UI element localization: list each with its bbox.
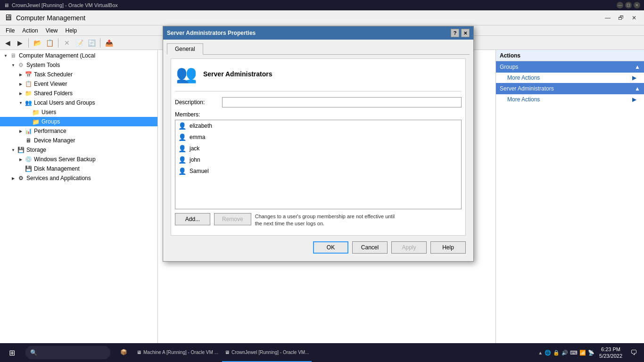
tree-item-performance[interactable]: ▶ 📊 Performance	[0, 126, 157, 136]
apply-btn[interactable]: Apply	[391, 241, 427, 254]
member-buttons: Add... Remove	[175, 213, 251, 225]
clock[interactable]: 6:23 PM 5/23/2022	[596, 346, 625, 360]
users-folder-icon: 📁	[32, 108, 40, 116]
menu-file[interactable]: File	[2, 26, 18, 35]
member-actions: Add... Remove Changes to a user's group …	[175, 213, 462, 228]
rename-btn[interactable]: 📝	[74, 37, 85, 49]
member-icon-2: 👤	[177, 144, 187, 153]
vbox-restore-btn[interactable]: ⊡	[625, 2, 632, 8]
delete-btn[interactable]: ✕	[61, 37, 73, 49]
notification-btn[interactable]: 🗨	[627, 343, 640, 362]
tree-label-services: Services and Applications	[26, 175, 91, 181]
tree-item-device-manager[interactable]: 🖥 Device Manager	[0, 136, 157, 145]
taskbar-app-icon-1: 🖥	[137, 350, 141, 355]
menu-help[interactable]: Help	[62, 26, 81, 35]
expand-icon-4: ▶	[17, 90, 25, 97]
members-label: Members:	[175, 111, 462, 118]
member-samuel[interactable]: 👤 Samuel	[175, 165, 461, 177]
member-jack[interactable]: 👤 jack	[175, 143, 461, 154]
tree-container[interactable]: ▼ 🖥 Computer Management (Local ▼ ⚙ Syste…	[0, 50, 157, 346]
member-name-3: john	[190, 156, 200, 163]
groups-section-header[interactable]: Groups ▲	[496, 61, 644, 73]
taskbar-app-label-1: Machine A [Running] - Oracle VM ...	[143, 350, 218, 355]
member-name-2: jack	[190, 145, 199, 152]
member-note: Changes to a user's group membership are…	[255, 213, 401, 228]
tree-item-task-scheduler[interactable]: ▶ 📅 Task Scheduler	[0, 70, 157, 79]
taskbar-app-1[interactable]: 🖥 Machine A [Running] - Oracle VM ...	[134, 343, 221, 362]
menu-view[interactable]: View	[42, 26, 62, 35]
tray-network-icon: 🌐	[545, 350, 551, 356]
expand-icon-10: ▼	[9, 146, 17, 154]
tree-item-system-tools[interactable]: ▼ ⚙ System Tools	[0, 60, 157, 70]
sys-tray: ▲ 🌐 🔒 🔊 ⌨ 📶 📡	[538, 350, 594, 356]
server-admin-more-actions[interactable]: More Actions ▶	[496, 94, 644, 105]
tree-item-storage[interactable]: ▼ 💾 Storage	[0, 145, 157, 155]
groups-more-actions-arrow: ▶	[632, 74, 636, 81]
refresh-btn[interactable]: 🔄	[86, 37, 97, 49]
app-restore-btn[interactable]: 🗗	[615, 13, 627, 23]
dialog-help-icon-btn[interactable]: ?	[451, 29, 459, 37]
export-btn[interactable]: 📤	[103, 37, 115, 49]
taskbar-search[interactable]: 🔍	[25, 346, 110, 359]
expand-icon-12	[17, 165, 25, 173]
tree-item-event-viewer[interactable]: ▶ 📋 Event Viewer	[0, 79, 157, 89]
tree-item-services[interactable]: ▶ ⚙ Services and Applications	[0, 173, 157, 183]
tree-label-device-manager: Device Manager	[34, 137, 75, 144]
tray-volume-icon[interactable]: 🔊	[561, 350, 568, 356]
dialog-close-btn[interactable]: ✕	[461, 29, 470, 37]
tree-item-groups[interactable]: 📁 Groups	[0, 117, 157, 126]
tree-item-disk-mgmt[interactable]: 💾 Disk Management	[0, 164, 157, 173]
properties-btn[interactable]: 📋	[44, 37, 55, 49]
vbox-minimize-btn[interactable]: —	[617, 2, 623, 8]
task-scheduler-icon: 📅	[25, 71, 32, 78]
tree-item-computer-mgmt[interactable]: ▼ 🖥 Computer Management (Local	[0, 51, 157, 60]
tray-expand-btn[interactable]: ▲	[538, 350, 543, 355]
tree-item-local-users[interactable]: ▼ 👥 Local Users and Groups	[0, 98, 157, 107]
groups-more-actions[interactable]: More Actions ▶	[496, 73, 644, 83]
expand-icon-8: ▶	[17, 127, 25, 135]
app-minimize-btn[interactable]: —	[602, 13, 614, 23]
expand-icon-5: ▼	[17, 99, 25, 107]
help-btn[interactable]: Help	[430, 241, 466, 254]
virtualbox-titlebar: 🖥 CrownJewel [Running] - Oracle VM Virtu…	[0, 0, 644, 10]
taskbar-app-2[interactable]: 🖥 CrownJewel [Running] - Oracle VM...	[222, 343, 312, 362]
taskbar-app-icon-0: 📦	[120, 349, 127, 355]
forward-btn[interactable]: ▶	[14, 37, 25, 49]
description-input[interactable]	[222, 97, 462, 107]
tab-general[interactable]: General	[167, 43, 203, 55]
taskbar-app-0[interactable]: 📦	[114, 343, 133, 362]
member-elizabeth[interactable]: 👤 elizabeth	[175, 120, 461, 132]
vbox-close-btn[interactable]: ✕	[634, 2, 640, 8]
tray-wifi-icon[interactable]: 📡	[588, 350, 594, 356]
vbox-icon: 🖥	[4, 2, 9, 8]
vbox-title: CrownJewel [Running] - Oracle VM Virtual…	[12, 2, 118, 8]
member-name-0: elizabeth	[190, 123, 212, 129]
remove-btn[interactable]: Remove	[214, 213, 251, 225]
shared-folders-icon: 📁	[25, 90, 32, 97]
app-titlebar: 🖥 Computer Management — 🗗 ✕	[0, 10, 644, 25]
tree-item-users[interactable]: 📁 Users	[0, 107, 157, 117]
groups-folder-icon: 📁	[32, 118, 40, 125]
app-close-btn[interactable]: ✕	[628, 13, 640, 23]
expand-icon-6	[25, 108, 32, 116]
member-emma[interactable]: 👤 emma	[175, 132, 461, 143]
cancel-btn[interactable]: Cancel	[352, 241, 388, 254]
performance-icon: 📊	[25, 127, 32, 135]
tree-item-shared-folders[interactable]: ▶ 📁 Shared Folders	[0, 89, 157, 98]
server-admin-section-header[interactable]: Server Administrators ▲	[496, 83, 644, 94]
open-btn[interactable]: 📂	[32, 37, 43, 49]
storage-icon: 💾	[17, 146, 25, 154]
tree-item-windows-backup[interactable]: ▶ 💿 Windows Server Backup	[0, 155, 157, 164]
server-admin-section-label: Server Administrators	[500, 85, 554, 92]
dialog-titlebar: Server Administrators Properties ? ✕	[163, 26, 473, 40]
back-btn[interactable]: ◀	[2, 37, 13, 49]
menu-action[interactable]: Action	[18, 26, 41, 35]
member-john[interactable]: 👤 john	[175, 154, 461, 165]
add-btn[interactable]: Add...	[175, 213, 210, 225]
tray-bluetooth-icon: 📶	[579, 350, 586, 356]
members-list[interactable]: 👤 elizabeth 👤 emma 👤 jack 👤 john 👤	[175, 120, 462, 209]
tree-label-performance: Performance	[34, 128, 66, 134]
ok-btn[interactable]: OK	[313, 241, 348, 254]
group-icon: 👥	[175, 63, 198, 85]
start-button[interactable]: ⊞	[0, 343, 24, 362]
